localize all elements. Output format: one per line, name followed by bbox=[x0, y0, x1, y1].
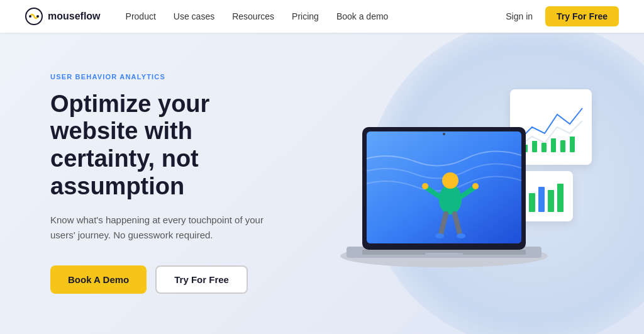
logo[interactable]: mouseflow bbox=[25, 8, 101, 25]
hero-section: USER BEHAVIOR ANALYTICS Optimize your we… bbox=[0, 33, 644, 334]
nav-right: Sign in Try For Free bbox=[506, 6, 619, 26]
svg-point-21 bbox=[442, 172, 458, 189]
brand-name: mouseflow bbox=[48, 11, 101, 22]
svg-point-20 bbox=[439, 184, 462, 214]
laptop-graphic bbox=[328, 77, 579, 291]
laptop-svg bbox=[328, 89, 560, 278]
svg-point-28 bbox=[435, 233, 444, 238]
try-free-button[interactable]: Try For Free bbox=[155, 265, 248, 294]
nav-item-pricing[interactable]: Pricing bbox=[292, 11, 319, 21]
svg-rect-31 bbox=[425, 253, 463, 256]
nav-item-use-cases[interactable]: Use cases bbox=[174, 11, 214, 21]
hero-illustration bbox=[301, 33, 606, 334]
svg-point-25 bbox=[472, 183, 479, 189]
navbar: mouseflow Product Use cases Resources Pr… bbox=[0, 0, 644, 33]
book-demo-button[interactable]: Book A Demo bbox=[50, 265, 147, 294]
svg-rect-8 bbox=[570, 136, 575, 152]
svg-point-2 bbox=[36, 15, 39, 18]
nav-links: Product Use cases Resources Pricing Book… bbox=[126, 11, 506, 21]
hero-subtitle: Know what's happening at every touchpoin… bbox=[50, 213, 289, 243]
hero-buttons: Book A Demo Try For Free bbox=[50, 265, 301, 294]
hero-title: Optimize your website with certainty, no… bbox=[50, 91, 301, 201]
svg-point-19 bbox=[443, 133, 445, 135]
svg-point-29 bbox=[457, 233, 465, 238]
signin-link[interactable]: Sign in bbox=[506, 11, 533, 21]
hero-content: USER BEHAVIOR ANALYTICS Optimize your we… bbox=[50, 73, 301, 294]
nav-try-free-button[interactable]: Try For Free bbox=[545, 6, 619, 26]
nav-item-book-demo[interactable]: Book a demo bbox=[336, 11, 389, 21]
svg-point-1 bbox=[29, 15, 31, 18]
svg-point-24 bbox=[422, 183, 428, 189]
nav-item-resources[interactable]: Resources bbox=[232, 11, 274, 21]
nav-item-product[interactable]: Product bbox=[126, 11, 156, 21]
logo-icon bbox=[25, 8, 43, 25]
svg-rect-7 bbox=[560, 140, 565, 152]
hero-eyebrow: USER BEHAVIOR ANALYTICS bbox=[50, 73, 301, 81]
